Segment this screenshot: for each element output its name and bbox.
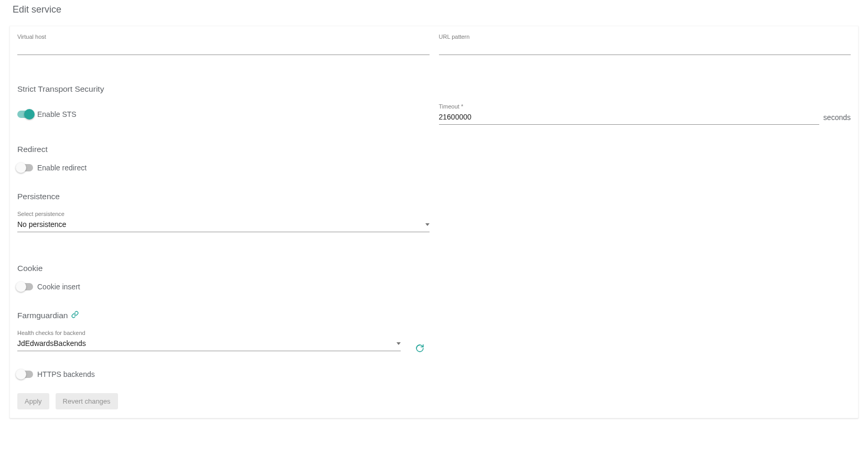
service-card: Virtual host URL pattern Strict Transpor… (9, 26, 859, 418)
enable-sts-label: Enable STS (37, 110, 77, 118)
sts-heading: Strict Transport Security (17, 84, 851, 94)
enable-redirect-label: Enable redirect (37, 164, 87, 172)
timeout-input[interactable] (439, 111, 819, 125)
enable-redirect-toggle[interactable] (17, 164, 33, 171)
farmguardian-heading-wrap: Farmguardian (17, 311, 851, 320)
enable-sts-toggle[interactable] (17, 111, 33, 118)
https-backends-label: HTTPS backends (37, 370, 95, 378)
page-title: Edit service (13, 4, 859, 15)
revert-button[interactable]: Revert changes (56, 393, 118, 409)
timeout-unit: seconds (823, 113, 851, 125)
persistence-select-value: No persistence (17, 220, 66, 229)
virtual-host-input[interactable] (17, 41, 430, 55)
cookie-heading: Cookie (17, 264, 851, 273)
persistence-select[interactable]: No persistence (17, 218, 430, 232)
link-icon[interactable] (71, 311, 79, 320)
reload-icon[interactable] (415, 344, 424, 354)
healthcheck-select-value: JdEdwardsBackends (17, 339, 86, 348)
chevron-down-icon (397, 342, 401, 345)
cookie-insert-toggle[interactable] (17, 283, 33, 290)
chevron-down-icon (425, 223, 430, 226)
timeout-label: Timeout * (439, 103, 819, 110)
virtual-host-label: Virtual host (17, 34, 430, 40)
redirect-heading: Redirect (17, 145, 851, 154)
healthcheck-select-label: Health checks for backend (17, 330, 401, 336)
cookie-insert-label: Cookie insert (37, 283, 80, 291)
persistence-select-label: Select persistence (17, 211, 430, 217)
https-backends-toggle[interactable] (17, 371, 33, 378)
apply-button[interactable]: Apply (17, 393, 49, 409)
healthcheck-select[interactable]: JdEdwardsBackends (17, 337, 401, 351)
url-pattern-input[interactable] (439, 41, 851, 55)
url-pattern-label: URL pattern (439, 34, 851, 40)
farmguardian-heading: Farmguardian (17, 311, 68, 320)
persistence-heading: Persistence (17, 192, 851, 201)
